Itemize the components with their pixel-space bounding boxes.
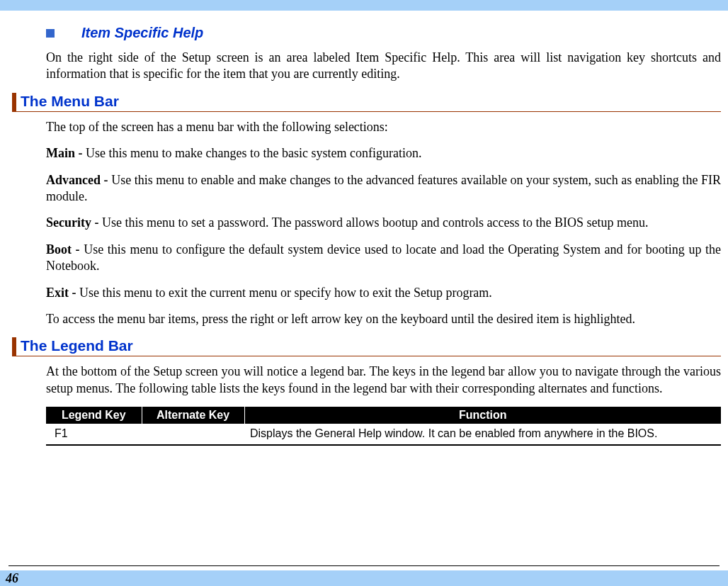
menu-item-boot-text: Use this menu to configure the default s… [46,242,721,273]
menu-bar-outro: To access the menu bar items, press the … [46,311,721,327]
menu-item-exit-lead: Exit - [46,286,79,300]
table-row: F1 Displays the General Help window. It … [46,424,721,444]
header-bar [0,0,728,11]
menu-item-main: Main - Use this menu to make changes to … [46,145,721,162]
section-item-specific-help: Item Specific Help On the right side of … [0,11,721,83]
menu-item-exit: Exit - Use this menu to exit the current… [46,285,721,301]
footer-bar: 46 [0,570,728,586]
page-content: Item Specific Help On the right side of … [0,11,728,446]
legend-bar-body: At the bottom of the Setup screen you wi… [46,364,721,446]
menu-item-boot: Boot - Use this menu to configure the de… [46,242,721,275]
menu-item-advanced-lead: Advanced - [46,173,111,187]
page-footer: 46 [0,565,728,586]
item-help-heading: Item Specific Help [46,25,721,41]
menu-item-advanced: Advanced - Use this menu to enable and m… [46,172,721,205]
legend-bar-intro: At the bottom of the Setup screen you wi… [46,364,721,397]
menu-item-advanced-text: Use this menu to enable and make changes… [46,173,721,203]
legend-table-wrap: Legend Key Alternate Key Function F1 Dis… [46,407,721,446]
section-menu-bar: The Menu Bar [12,93,721,112]
menu-item-security-text: Use this menu to set a password. The pas… [102,215,649,230]
section-legend-bar: The Legend Bar [12,337,721,356]
cell-function: Displays the General Help window. It can… [244,424,721,444]
legend-key-table: Legend Key Alternate Key Function F1 Dis… [46,407,721,444]
cell-legend-key: F1 [46,424,142,444]
menu-item-exit-text: Use this menu to exit the current menu o… [79,286,492,300]
menu-bar-body: The top of the screen has a menu bar wit… [46,119,721,328]
menu-item-boot-lead: Boot - [46,242,84,257]
menu-item-security: Security - Use this menu to set a passwo… [46,215,721,231]
cell-alternate-key [142,424,244,444]
footer-rule [8,565,720,566]
th-legend-key: Legend Key [46,407,142,424]
menu-bar-intro: The top of the screen has a menu bar wit… [46,119,721,135]
page-number: 46 [0,571,18,586]
item-help-title: Item Specific Help [81,25,203,41]
item-help-body: On the right side of the Setup screen is… [46,50,721,83]
th-alternate-key: Alternate Key [142,407,244,424]
th-function: Function [244,407,721,424]
menu-item-security-lead: Security - [46,215,102,230]
table-header-row: Legend Key Alternate Key Function [46,407,721,424]
legend-bar-title: The Legend Bar [12,337,721,356]
menu-item-main-text: Use this menu to make changes to the bas… [86,146,421,160]
bullet-square-icon [46,29,55,38]
menu-item-main-lead: Main - [46,146,86,160]
menu-bar-title: The Menu Bar [12,93,721,112]
